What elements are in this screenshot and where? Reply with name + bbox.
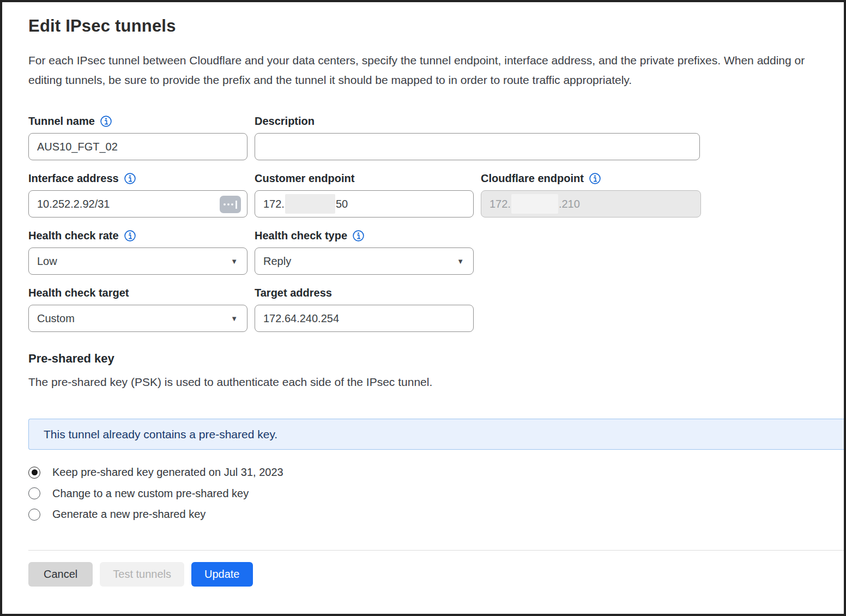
page-title: Edit IPsec tunnels — [28, 16, 844, 36]
footer-actions: Cancel Test tunnels Update — [28, 562, 844, 587]
info-icon[interactable] — [124, 173, 136, 184]
customer-endpoint-input[interactable]: 172. 50 — [255, 190, 474, 218]
info-icon[interactable] — [100, 116, 112, 127]
info-icon[interactable] — [589, 173, 601, 184]
health-check-target-label: Health check target — [28, 287, 129, 299]
radio-button[interactable] — [28, 467, 40, 479]
pre-shared-key-description: The pre-shared key (PSK) is used to auth… — [28, 376, 844, 389]
update-button[interactable]: Update — [191, 562, 253, 587]
description-input[interactable] — [255, 133, 700, 160]
target-address-field-group: Target address — [255, 286, 474, 332]
health-check-target-value: Custom — [37, 312, 75, 325]
interface-address-value: 10.252.2.92/31 — [37, 198, 110, 210]
autofill-extension-icon[interactable] — [220, 196, 241, 213]
customer-endpoint-value-prefix: 172. — [263, 198, 285, 210]
caret-down-icon: ▼ — [231, 258, 238, 265]
redaction-blur — [511, 194, 558, 214]
psk-option-custom[interactable]: Change to a new custom pre-shared key — [28, 487, 844, 500]
health-check-rate-select[interactable]: Low ▼ — [28, 247, 247, 275]
cloudflare-endpoint-value-suffix: .210 — [559, 198, 580, 210]
cloudflare-endpoint-label: Cloudflare endpoint — [481, 172, 584, 185]
target-address-label: Target address — [255, 287, 332, 299]
edit-ipsec-tunnels-dialog: Edit IPsec tunnels For each IPsec tunnel… — [0, 0, 846, 616]
interface-address-field-group: Interface address 10.252.2.92/31 — [28, 171, 247, 218]
description-label: Description — [255, 115, 315, 128]
health-check-rate-label: Health check rate — [28, 230, 119, 242]
tunnel-name-label: Tunnel name — [28, 115, 95, 128]
info-icon[interactable] — [124, 230, 136, 241]
psk-option-label: Keep pre-shared key generated on Jul 31,… — [52, 466, 283, 479]
radio-button[interactable] — [28, 509, 40, 521]
psk-info-banner: This tunnel already contains a pre-share… — [28, 419, 844, 450]
health-check-rate-field-group: Health check rate Low ▼ — [28, 228, 247, 275]
interface-address-label: Interface address — [28, 172, 119, 185]
radio-button[interactable] — [28, 487, 40, 499]
cloudflare-endpoint-field-group: Cloudflare endpoint 172. .210 — [481, 171, 701, 218]
tunnel-form: Tunnel name Description Interface addre — [28, 114, 844, 332]
description-field-group: Description — [255, 114, 700, 160]
customer-endpoint-field-group: Customer endpoint 172. 50 — [255, 171, 474, 218]
customer-endpoint-label: Customer endpoint — [255, 172, 354, 185]
psk-option-keep[interactable]: Keep pre-shared key generated on Jul 31,… — [28, 466, 844, 479]
target-address-input[interactable] — [255, 305, 474, 332]
tunnel-name-input[interactable] — [28, 133, 247, 160]
psk-banner-text: This tunnel already contains a pre-share… — [44, 428, 277, 441]
health-check-rate-value: Low — [37, 255, 57, 268]
cloudflare-endpoint-value-prefix: 172. — [490, 198, 511, 210]
info-icon[interactable] — [353, 230, 364, 241]
psk-option-label: Change to a new custom pre-shared key — [52, 487, 249, 500]
psk-options-group: Keep pre-shared key generated on Jul 31,… — [28, 466, 844, 521]
health-check-target-select[interactable]: Custom ▼ — [28, 305, 247, 332]
cloudflare-endpoint-input: 172. .210 — [481, 190, 701, 218]
tunnel-name-field-group: Tunnel name — [28, 114, 247, 160]
page-description: For each IPsec tunnel between Cloudflare… — [28, 51, 834, 90]
caret-down-icon: ▼ — [231, 315, 238, 322]
pre-shared-key-heading: Pre-shared key — [28, 352, 844, 366]
caret-down-icon: ▼ — [457, 258, 464, 265]
psk-option-generate[interactable]: Generate a new pre-shared key — [28, 508, 844, 521]
health-check-target-field-group: Health check target Custom ▼ — [28, 286, 247, 332]
customer-endpoint-value-suffix: 50 — [336, 198, 348, 210]
psk-option-label: Generate a new pre-shared key — [52, 508, 206, 521]
health-check-type-label: Health check type — [255, 230, 347, 242]
redaction-blur — [285, 194, 335, 214]
health-check-type-select[interactable]: Reply ▼ — [255, 247, 474, 275]
cancel-button[interactable]: Cancel — [28, 562, 93, 587]
health-check-type-field-group: Health check type Reply ▼ — [255, 228, 474, 275]
health-check-type-value: Reply — [263, 255, 291, 268]
footer-divider — [28, 550, 844, 551]
test-tunnels-button: Test tunnels — [100, 562, 184, 587]
interface-address-input[interactable]: 10.252.2.92/31 — [28, 190, 247, 218]
